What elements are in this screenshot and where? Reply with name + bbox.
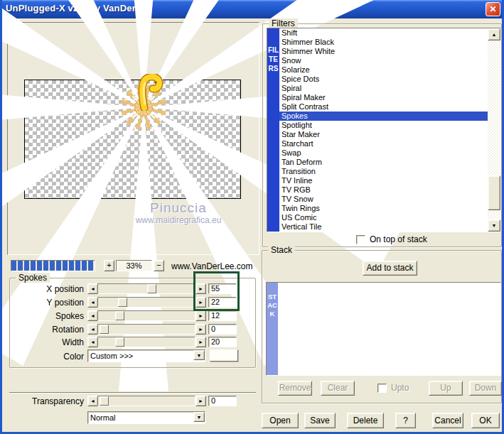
spokes-thumb[interactable] [115,311,124,320]
vendor-link[interactable]: www.VanDerLee.com [171,261,253,271]
filter-list-item[interactable]: TV Inline [279,176,500,185]
width-thumb[interactable] [115,337,124,347]
open-button[interactable]: Open [262,413,299,428]
zoom-in-button[interactable]: + [104,260,114,271]
filter-list-item[interactable]: Swap [279,148,500,158]
add-to-stack-button[interactable]: Add to stack [363,261,417,276]
stack-listbox[interactable]: STACK [266,282,501,376]
filter-list-item[interactable]: Shift [279,28,500,38]
filter-list-item[interactable]: TV RGB [279,185,500,195]
transparency-label: Transparency [11,396,84,406]
filter-list-item[interactable]: Spokes [279,112,500,121]
x-position-value[interactable]: 55 [208,283,237,294]
rotation-thumb[interactable] [100,325,109,334]
y-position-value[interactable]: 22 [208,297,237,308]
color-dropdown[interactable]: Custom >>> ▼ [87,349,205,362]
width-label: Width [11,337,84,347]
stack-group-label: Stack [268,245,295,255]
close-icon[interactable]: ✕ [486,2,500,16]
y-position-thumb[interactable] [118,298,127,307]
divider-line [9,392,256,394]
width-value[interactable]: 20 [208,337,237,347]
filter-list-item[interactable]: Star Maker [279,130,500,139]
scroll-down-icon[interactable]: ▼ [488,219,500,232]
filter-list-item[interactable]: Snow [279,56,500,65]
filter-list-item[interactable]: Vertical Tile [279,222,500,232]
custom-color-swatch[interactable] [210,349,238,362]
color-dropdown-value[interactable]: Custom >>> [87,349,205,362]
x-position-slider[interactable] [97,283,195,294]
y-position-increase-icon[interactable]: ► [195,297,206,308]
param-row-transparency: Transparency ◄ ► 0 [11,396,238,407]
rotation-label: Rotation [11,325,84,335]
blend-mode-dropdown-arrow-icon[interactable]: ▼ [193,412,205,422]
filters-vertical-strip: FILTERS [267,28,279,232]
scroll-up-icon[interactable]: ▲ [488,28,500,40]
filters-listbox: FILTERS ShiftShimmer BlackShimmer WhiteS… [267,28,501,232]
color-dropdown-arrow-icon[interactable]: ▼ [193,350,205,360]
transparency-value[interactable]: 0 [208,396,237,406]
filter-list-item[interactable]: Solarize [279,65,500,75]
down-button[interactable]: Down [469,381,502,396]
spokes-group-label: Spokes [16,273,50,283]
filter-list-item[interactable]: Transition [279,167,500,176]
scrollbar-thumb[interactable] [488,175,500,210]
transparency-slider[interactable] [97,396,195,406]
filter-list-item[interactable]: Spiral [279,84,500,93]
filter-list-item[interactable]: Split Contrast [279,102,500,112]
delete-button[interactable]: Delete [347,413,384,428]
blend-mode-value[interactable]: Normal [87,411,205,424]
width-slider[interactable] [97,337,195,347]
filter-list-item[interactable]: Spice Dots [279,75,500,84]
filter-list-item[interactable]: US Comic [279,213,500,222]
y-position-decrease-icon[interactable]: ◄ [87,297,98,308]
ok-button[interactable]: OK [471,413,500,428]
transparency-increase-icon[interactable]: ► [195,396,206,406]
filter-list-item[interactable]: Shimmer Black [279,38,500,47]
stack-list-empty-area[interactable] [278,283,500,375]
yellow-figure-graphic [137,74,166,111]
filter-list-item[interactable]: Spotlight [279,121,500,130]
color-label: Color [11,352,84,362]
preview-image[interactable] [24,80,241,199]
zoom-out-button[interactable]: − [154,260,164,271]
filter-list-item[interactable]: Tan Deform [279,158,500,167]
cancel-button[interactable]: Cancel [432,413,463,428]
y-position-slider[interactable] [97,297,195,308]
up-button[interactable]: Up [429,381,463,396]
help-button[interactable]: ? [395,413,416,428]
filters-scrollbar[interactable]: ▲ ▼ [488,28,500,232]
spokes-value[interactable]: 12 [208,310,237,321]
remove-button[interactable]: Remove [278,381,312,396]
param-row-width: Width ◄ ► 20 [11,337,238,348]
x-position-thumb[interactable] [147,284,156,293]
filter-list-item[interactable]: TV Snow [279,195,500,204]
filter-list-item[interactable]: Twin Rings [279,204,500,213]
rotation-decrease-icon[interactable]: ◄ [87,324,98,335]
spokes-decrease-icon[interactable]: ◄ [87,310,98,321]
plugin-dialog-window: UnPlugged-X v2.0 by VanDerLee ✕ [0,0,504,434]
width-increase-icon[interactable]: ► [195,337,206,347]
watermark-url: www.maidiregrafica.eu [79,215,278,225]
filter-list-item[interactable]: Shimmer White [279,47,500,56]
spokes-increase-icon[interactable]: ► [195,310,206,321]
rotation-value[interactable]: 0 [208,324,237,335]
width-decrease-icon[interactable]: ◄ [87,337,98,347]
clear-button[interactable]: Clear [321,381,355,396]
x-position-increase-icon[interactable]: ► [195,283,206,294]
filter-list-item[interactable]: Spiral Maker [279,93,500,102]
filter-list-item[interactable]: Starchart [279,139,500,148]
transparency-thumb[interactable] [100,396,109,406]
transparency-decrease-icon[interactable]: ◄ [87,396,98,406]
filter-list[interactable]: ShiftShimmer BlackShimmer WhiteSnowSolar… [279,28,500,232]
on-top-of-stack-checkbox[interactable] [356,235,365,244]
upto-checkbox[interactable] [377,384,387,393]
spokes-slider[interactable] [97,310,195,321]
blend-mode-dropdown[interactable]: Normal ▼ [87,411,205,424]
rotation-slider[interactable] [97,324,195,335]
save-button[interactable]: Save [304,413,336,428]
on-top-of-stack-label: On top of stack [370,234,427,244]
x-position-decrease-icon[interactable]: ◄ [87,283,98,294]
spokes-effect-graphic [25,80,242,200]
rotation-increase-icon[interactable]: ► [195,324,206,335]
